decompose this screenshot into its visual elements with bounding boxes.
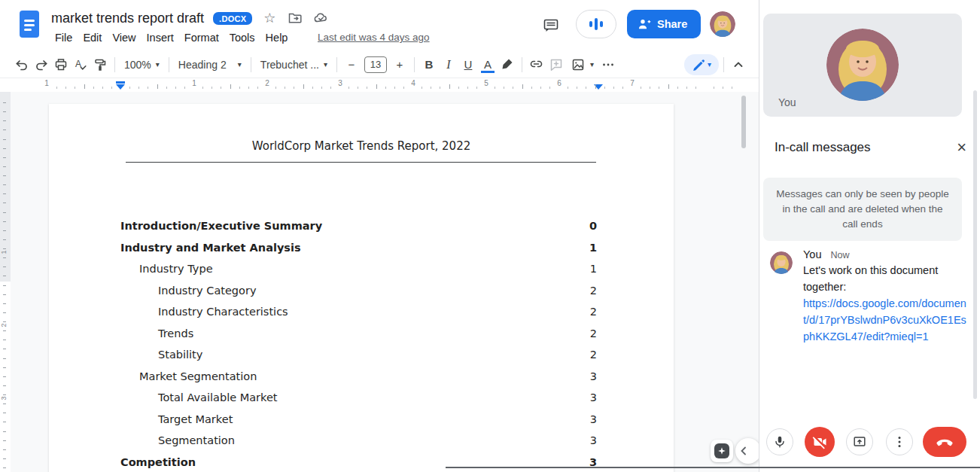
left-indent-marker[interactable] xyxy=(116,84,125,90)
end-call-button[interactable] xyxy=(923,427,966,457)
table-of-contents: Introduction/Executive Summary0Industry … xyxy=(49,215,674,472)
ruler-tick xyxy=(3,321,6,322)
insert-image-button[interactable]: ▾ xyxy=(566,55,598,75)
ruler-tick xyxy=(3,467,6,468)
menu-edit[interactable]: Edit xyxy=(78,30,107,45)
ruler-tick xyxy=(3,175,6,176)
toc-row[interactable]: Industry Type1 xyxy=(49,258,674,280)
zoom-select[interactable]: 100% ▾ xyxy=(120,55,164,75)
paragraph-style-select[interactable]: Heading 2 ▾ xyxy=(174,55,246,75)
self-video-tile[interactable]: You xyxy=(763,14,962,117)
document-title[interactable]: market trends report draft xyxy=(51,11,204,26)
audio-bar-icon xyxy=(589,21,592,27)
highlight-color-button[interactable] xyxy=(498,55,517,75)
more-toolbar-options-button[interactable] xyxy=(598,55,618,75)
toc-row[interactable]: Stability2 xyxy=(49,344,674,366)
font-size-input[interactable]: 13 xyxy=(364,56,387,73)
toc-row[interactable]: Target Market3 xyxy=(49,409,674,431)
cloud-saved-icon[interactable] xyxy=(312,10,329,26)
menu-help[interactable]: Help xyxy=(260,30,294,45)
share-button[interactable]: Share xyxy=(627,10,701,38)
ruler-tick xyxy=(129,87,130,89)
first-line-indent-marker[interactable] xyxy=(116,81,125,84)
google-docs-window: market trends report draft .DOCX ☆ xyxy=(0,0,759,472)
document-link[interactable]: https://docs.google.com/document/d/17prY… xyxy=(803,297,966,343)
close-icon[interactable]: × xyxy=(957,139,966,156)
increase-font-size-button[interactable]: + xyxy=(390,55,409,75)
insert-link-button[interactable] xyxy=(527,55,546,75)
paint-format-button[interactable] xyxy=(90,55,110,75)
ruler-tick xyxy=(312,87,313,89)
italic-button[interactable]: I xyxy=(439,55,458,75)
menu-insert[interactable]: Insert xyxy=(142,30,179,45)
toc-row[interactable]: Introduction/Executive Summary0 xyxy=(49,215,674,237)
bold-button[interactable]: B xyxy=(419,55,439,75)
add-comment-button[interactable] xyxy=(546,55,566,75)
editing-mode-button[interactable]: ▾ xyxy=(684,54,719,75)
chevron-down-icon: ▾ xyxy=(238,60,242,69)
account-avatar[interactable] xyxy=(710,11,735,37)
star-icon[interactable]: ☆ xyxy=(261,10,278,26)
ruler-tick xyxy=(577,87,577,89)
audio-bar-icon xyxy=(600,21,603,27)
decrease-font-size-button[interactable]: − xyxy=(342,55,361,75)
toc-row[interactable]: Industry Category2 xyxy=(49,280,674,302)
last-edit-link[interactable]: Last edit was 4 days ago xyxy=(318,32,430,43)
toc-page-number: 0 xyxy=(589,220,597,232)
ruler-tick xyxy=(668,84,669,89)
ruler-tick xyxy=(3,148,6,149)
hide-menus-button[interactable] xyxy=(729,55,748,75)
redo-button[interactable] xyxy=(32,55,51,75)
toolbar-separator xyxy=(169,57,169,72)
meet-call-button[interactable] xyxy=(576,10,616,38)
toc-entry-label: Market Segmentation xyxy=(49,370,590,382)
font-family-select[interactable]: Trebuchet ... ▾ xyxy=(256,55,332,75)
ruler-tick xyxy=(695,87,696,89)
present-screen-button[interactable] xyxy=(846,428,873,455)
ruler-tick xyxy=(148,87,148,89)
ruler-tick xyxy=(422,87,422,89)
toc-page-number: 2 xyxy=(590,327,597,340)
ruler-tick xyxy=(686,87,687,89)
gemini-button[interactable] xyxy=(711,440,733,462)
ruler-tick xyxy=(3,349,6,349)
menu-file[interactable]: File xyxy=(50,30,78,45)
underline-button[interactable]: U xyxy=(458,55,478,75)
menu-tools[interactable]: Tools xyxy=(224,30,260,45)
expand-side-panel-tab[interactable] xyxy=(735,438,759,464)
camera-off-button[interactable] xyxy=(805,427,835,457)
sidebar-scrollbar[interactable] xyxy=(973,90,977,399)
menu-format[interactable]: Format xyxy=(179,30,224,45)
spelling-check-button[interactable]: A xyxy=(71,55,90,75)
ruler-tick xyxy=(3,285,6,286)
toc-row[interactable]: Total Available Market3 xyxy=(49,387,674,409)
microphone-button[interactable] xyxy=(766,428,793,455)
docs-logo-icon[interactable] xyxy=(19,10,40,38)
text-color-swatch xyxy=(481,71,495,73)
ruler-tick xyxy=(467,87,468,89)
horizontal-ruler[interactable]: 11234567 xyxy=(0,78,759,92)
document-heading[interactable]: WorldCorp Market Trends Report, 2022 xyxy=(49,104,674,153)
document-scrollbar[interactable] xyxy=(741,96,746,148)
toc-row[interactable]: Competition3 xyxy=(49,452,674,472)
ruler-tick xyxy=(3,358,6,359)
menu-view[interactable]: View xyxy=(107,30,141,45)
chevron-down-icon: ▾ xyxy=(708,60,711,69)
text-color-button[interactable]: A xyxy=(478,55,498,75)
undo-button[interactable] xyxy=(12,55,32,75)
vertical-ruler[interactable]: 123 xyxy=(0,92,11,472)
toc-row[interactable]: Segmentation3 xyxy=(49,430,674,452)
toc-row[interactable]: Market Segmentation3 xyxy=(49,366,674,388)
toc-row[interactable]: Industry Characteristics2 xyxy=(49,301,674,323)
share-person-icon xyxy=(638,17,651,31)
ruler-tick xyxy=(3,312,6,313)
kebab-menu-icon xyxy=(893,435,906,449)
move-folder-icon[interactable] xyxy=(287,10,303,26)
print-button[interactable] xyxy=(51,55,71,75)
toc-row[interactable]: Industry and Market Analysis1 xyxy=(49,237,674,259)
ruler-tick xyxy=(3,367,6,368)
more-options-button[interactable] xyxy=(886,428,913,455)
document-page[interactable]: WorldCorp Market Trends Report, 2022 Int… xyxy=(49,104,674,472)
toc-row[interactable]: Trends2 xyxy=(49,323,674,345)
open-comment-history-button[interactable] xyxy=(539,14,563,38)
